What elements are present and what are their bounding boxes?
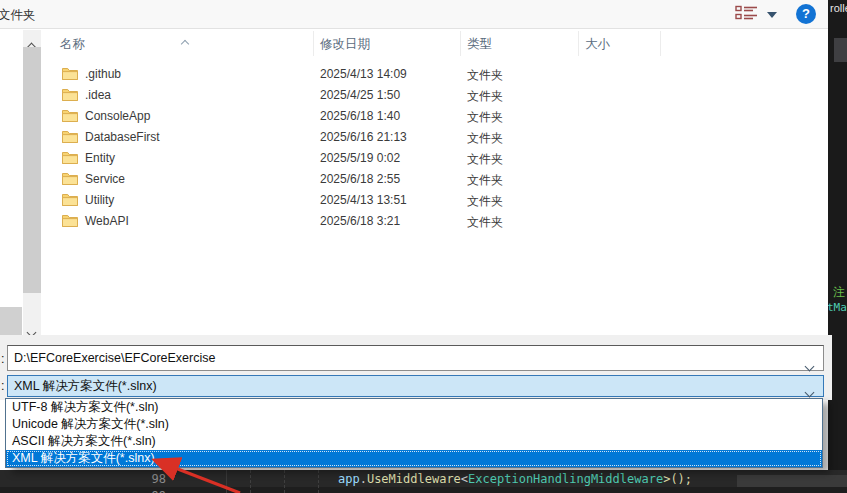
folder-icon — [62, 67, 78, 80]
indent-guide — [318, 470, 319, 493]
folder-icon — [62, 193, 78, 206]
filename-input[interactable]: D:\EFCoreExercise\EFCoreExercise — [7, 345, 824, 371]
file-name: Entity — [85, 151, 115, 165]
file-date: 2025/4/13 14:09 — [320, 67, 407, 81]
view-dropdown-caret-icon — [767, 12, 777, 18]
indent-guide — [250, 470, 251, 493]
code-dot: . — [360, 472, 367, 486]
file-date: 2025/6/18 2:55 — [320, 172, 400, 186]
editor-tab-text-fragment: rolle — [830, 2, 847, 14]
folder-icon — [62, 214, 78, 227]
file-browser: 名称 修改日期 类型 大小 .github 2025/4/13 14:09 文件… — [0, 30, 828, 335]
sort-indicator — [182, 33, 188, 51]
file-name: Utility — [85, 193, 114, 207]
dialog-toolbar: 文件夹 ? — [0, 0, 828, 29]
column-header-type[interactable]: 类型 — [467, 36, 492, 53]
filetype-label-fragment: : — [1, 379, 4, 393]
table-row[interactable]: Entity 2025/5/19 0:02 文件夹 — [45, 148, 828, 169]
folder-icon — [62, 109, 78, 122]
folder-icon — [62, 88, 78, 101]
background-editor-strip: rolle 注 tMa — [828, 0, 847, 493]
code-type: ExceptionHandlingMiddleware — [468, 472, 663, 486]
column-header-date[interactable]: 修改日期 — [320, 36, 370, 53]
folder-icon — [62, 130, 78, 143]
file-name: WebAPI — [85, 214, 129, 228]
file-name: .idea — [85, 88, 111, 102]
file-type: 文件夹 — [467, 193, 503, 210]
column-divider[interactable] — [660, 31, 661, 56]
save-dialog-screen: 文件夹 ? rolle 注 tMa 名称 — [0, 0, 847, 493]
file-type: 文件夹 — [467, 151, 503, 168]
file-type: 文件夹 — [467, 88, 503, 105]
filename-value: D:\EFCoreExercise\EFCoreExercise — [14, 351, 215, 365]
filetype-option-unicode[interactable]: Unicode 解决方案文件(*.sln) — [6, 416, 822, 433]
indent-guide — [284, 470, 285, 493]
file-date: 2025/5/19 0:02 — [320, 151, 400, 165]
folder-icon — [62, 151, 78, 164]
filetype-combobox[interactable]: XML 解决方案文件(*.slnx) — [7, 375, 824, 397]
table-row[interactable]: Service 2025/6/18 2:55 文件夹 — [45, 169, 828, 190]
code-close: >(); — [663, 472, 692, 486]
code-method: UseMiddleware — [367, 472, 461, 486]
file-type: 文件夹 — [467, 214, 503, 231]
file-date: 2025/6/18 1:40 — [320, 109, 400, 123]
filename-label-fragment: : — [1, 352, 4, 366]
file-name: ConsoleApp — [85, 109, 150, 123]
column-header-name[interactable]: 名称 — [60, 36, 85, 53]
filetype-option-utf8[interactable]: UTF-8 解决方案文件(*.sln) — [6, 399, 822, 416]
new-folder-button-fragment[interactable]: 文件夹 — [0, 7, 36, 24]
file-list: .github 2025/4/13 14:09 文件夹 .idea 2025/4… — [45, 64, 828, 232]
nav-pane-scrollbar-thumb[interactable] — [0, 307, 22, 335]
background-code-editor: 98 99 app.UseMiddleware<ExceptionHandlin… — [0, 470, 847, 493]
code-open-bracket: < — [461, 472, 468, 486]
table-row[interactable]: WebAPI 2025/6/18 3:21 文件夹 — [45, 211, 828, 232]
file-name: .github — [85, 67, 121, 81]
table-row[interactable]: Utility 2025/4/13 13:51 文件夹 — [45, 190, 828, 211]
file-list-scrollbar-thumb[interactable] — [23, 47, 41, 293]
file-type: 文件夹 — [467, 67, 503, 84]
table-row[interactable]: ConsoleApp 2025/6/18 1:40 文件夹 — [45, 106, 828, 127]
change-view-button[interactable] — [735, 5, 783, 25]
line-number-next: 99 — [138, 489, 166, 493]
column-divider[interactable] — [313, 31, 314, 56]
help-button[interactable]: ? — [796, 4, 816, 24]
code-var: app — [338, 472, 360, 486]
editor-code-fragment: tMa — [827, 301, 847, 314]
editor-scrollbar-fragment[interactable] — [834, 38, 847, 62]
chevron-down-icon — [805, 388, 815, 398]
folder-icon — [62, 172, 78, 185]
column-header-size[interactable]: 大小 — [585, 36, 610, 53]
sort-up-icon — [181, 40, 189, 48]
file-date: 2025/6/18 3:21 — [320, 214, 400, 228]
file-name: Service — [85, 172, 125, 186]
file-date: 2025/6/16 21:13 — [320, 130, 407, 144]
help-icon: ? — [802, 6, 810, 21]
table-row[interactable]: DatabaseFirst 2025/6/16 21:13 文件夹 — [45, 127, 828, 148]
editor-gutter-divider — [226, 470, 227, 493]
file-type: 文件夹 — [467, 109, 503, 126]
file-type: 文件夹 — [467, 172, 503, 189]
filetype-value: XML 解决方案文件(*.slnx) — [14, 379, 157, 393]
dialog-bottom-panel: : D:\EFCoreExercise\EFCoreExercise : XML… — [0, 335, 832, 400]
column-divider[interactable] — [578, 31, 579, 56]
filetype-option-ascii[interactable]: ASCII 解决方案文件(*.sln) — [6, 433, 822, 450]
list-view-icon — [735, 5, 759, 21]
code-line: app.UseMiddleware<ExceptionHandlingMiddl… — [338, 472, 692, 486]
file-list-scrollbar[interactable] — [23, 30, 41, 335]
file-date: 2025/4/13 13:51 — [320, 193, 407, 207]
editor-horizontal-scrollbar[interactable] — [737, 475, 847, 487]
filetype-dropdown-list: UTF-8 解决方案文件(*.sln) Unicode 解决方案文件(*.sln… — [5, 398, 823, 468]
table-row[interactable]: .github 2025/4/13 14:09 文件夹 — [45, 64, 828, 85]
file-date: 2025/4/25 1:50 — [320, 88, 400, 102]
file-name: DatabaseFirst — [85, 130, 160, 144]
editor-comment-fragment: 注 — [833, 284, 845, 301]
table-row[interactable]: .idea 2025/4/25 1:50 文件夹 — [45, 85, 828, 106]
file-type: 文件夹 — [467, 130, 503, 147]
line-number: 98 — [138, 472, 166, 486]
column-divider[interactable] — [460, 31, 461, 56]
filetype-option-xml-selected[interactable]: XML 解决方案文件(*.slnx) — [6, 450, 822, 467]
chevron-down-icon — [805, 362, 815, 372]
